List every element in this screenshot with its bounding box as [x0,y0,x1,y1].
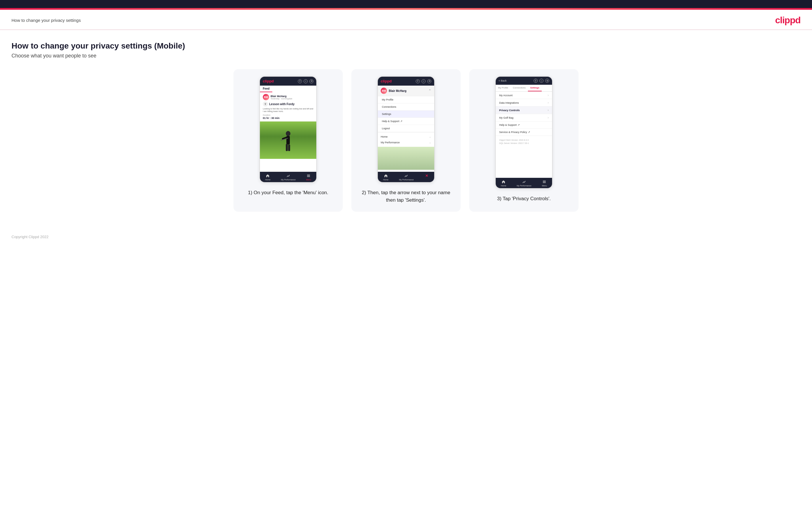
svg-rect-11 [543,183,546,183]
phone-1-topbar: clippd ⚲ ☺ ⚙ [260,77,316,86]
post-lesson-row: ⚲ Lesson with Fordy [263,101,313,107]
step-2-caption: 2) Then, tap the arrow next to your name… [357,189,455,204]
settings-icon-3[interactable]: ⚙ [545,79,549,83]
search-icon-3[interactable]: ⚲ [534,79,538,83]
back-button[interactable]: < Back [499,79,507,82]
settings-privacy-controls[interactable]: Privacy Controls › [496,107,552,114]
nav3-performance[interactable]: My Performance [517,179,531,187]
duration-label: Duration [263,114,313,116]
close-icon: ✕ [424,173,429,178]
performance-chevron: ⌄ [429,141,431,144]
menu-icon-3 [542,179,547,184]
svg-rect-8 [307,177,310,177]
home-icon-3 [501,179,506,184]
post-user-info: Blair McHarg Yesterday · Sunningdale [270,95,293,100]
privacy-controls-chevron: › [548,109,549,112]
settings-my-golf-bag[interactable]: My Golf Bag › [496,114,552,121]
nav3-menu-label: Menu [542,185,547,187]
menu-header-row: BM Blair McHarg ⌃ [378,86,434,96]
home-icon [265,173,270,178]
step-1-caption: 1) On your Feed, tap the 'Menu' icon. [248,189,328,196]
nav-home[interactable]: Home [265,173,270,181]
settings-service-privacy[interactable]: Service & Privacy Policy ↗ [496,129,552,136]
menu-username: Blair McHarg [389,89,407,93]
tab-settings[interactable]: Settings [528,85,542,91]
nav-home-label: Home [265,179,270,181]
phone-2-icons: ⚲ ☺ ⚙ [416,79,431,83]
lesson-title: Lesson with Fordy [269,103,295,106]
phone-1-icons: ⚲ ☺ ⚙ [298,79,313,83]
nav2-home-label: Home [383,179,389,181]
phone-1-bottom-nav: Home My Performance Menu [260,172,316,182]
menu-help-support[interactable]: Help & Support ↗ [378,118,434,125]
phone-1-logo: clippd [263,79,274,83]
nav3-menu[interactable]: Menu [542,179,547,187]
settings-tabs: My Profile Connections Settings [496,85,552,92]
settings-icon-2[interactable]: ⚙ [427,79,431,83]
step-1-phone: clippd ⚲ ☺ ⚙ Feed BM Blair McHarg [259,76,317,183]
header-title: How to change your privacy settings [11,18,81,23]
version-line-2: GQL Server Version: 2022.7.30-1 [499,142,549,145]
post-avatar: BM [263,94,269,100]
nav-performance[interactable]: My Performance [281,173,296,181]
feed-post: BM Blair McHarg Yesterday · Sunningdale … [260,92,316,121]
nav3-home[interactable]: Home [501,179,506,187]
nav2-performance-label: My Performance [399,179,414,181]
copyright: Copyright Clippd 2022 [11,235,49,239]
menu-icon [306,173,311,178]
golfer-svg [280,130,297,156]
performance-icon-2 [404,173,409,178]
settings-data-integrations[interactable]: Data Integrations › [496,99,552,107]
home-icon-2 [384,173,388,178]
svg-rect-7 [307,175,310,176]
svg-rect-4 [288,145,290,151]
profile-icon-2[interactable]: ☺ [421,79,425,83]
phone-2-bottom-nav: Home My Performance ✕ [378,172,434,182]
nav-menu[interactable]: Menu [306,173,311,181]
settings-icon[interactable]: ⚙ [309,79,313,83]
golf-image [260,121,316,159]
header: How to change your privacy settings clip… [0,10,812,30]
sub-title: Choose what you want people to see [11,53,801,59]
feed-tab[interactable]: Feed [260,86,272,92]
menu-nav-performance-label: My Performance [381,141,400,144]
nav2-performance[interactable]: My Performance [399,173,414,181]
my-golf-bag-chevron: › [548,116,549,119]
tab-my-profile[interactable]: My Profile [496,85,511,91]
nav2-home[interactable]: Home [383,173,389,181]
service-privacy-label: Service & Privacy Policy ↗ [499,131,530,133]
nav2-close[interactable]: ✕ [424,173,429,181]
phone-2-logo: clippd [381,79,392,83]
step-3-caption: 3) Tap 'Privacy Controls'. [497,195,551,203]
phone-3-settings: My Account › Data Integrations › Privacy… [496,92,552,178]
nav3-performance-label: My Performance [517,185,531,187]
search-icon[interactable]: ⚲ [298,79,302,83]
footer: Copyright Clippd 2022 [0,229,812,245]
step-2-phone: clippd ⚲ ☺ ⚙ BM Blair McHarg ⌃ [377,76,435,183]
step-2-card: clippd ⚲ ☺ ⚙ BM Blair McHarg ⌃ [351,69,461,212]
phone-2-body: BM Blair McHarg ⌃ My Profile Connections… [378,86,434,172]
search-icon-2[interactable]: ⚲ [416,79,420,83]
my-golf-bag-label: My Golf Bag [499,116,513,119]
golf-image-2 [378,147,434,170]
menu-avatar: BM [381,88,387,94]
step-3-phone: < Back ⚲ ☺ ⚙ My Profile Connections Sett… [495,76,553,189]
menu-nav-home[interactable]: Home ⌄ [381,134,431,139]
profile-icon[interactable]: ☺ [304,79,308,83]
post-avatar-row: BM Blair McHarg Yesterday · Sunningdale [263,94,313,100]
phone-3-bottom-nav: Home My Performance Menu [496,178,552,188]
svg-point-0 [286,131,291,136]
tab-connections[interactable]: Connections [511,85,528,91]
profile-icon-3[interactable]: ☺ [540,79,544,83]
menu-logout[interactable]: Logout [378,125,434,132]
settings-my-account[interactable]: My Account › [496,92,552,99]
menu-connections[interactable]: Connections [378,103,434,111]
menu-settings[interactable]: Settings [378,111,434,118]
menu-nav-performance[interactable]: My Performance ⌄ [381,139,431,145]
menu-my-profile[interactable]: My Profile [378,96,434,103]
nav-menu-label: Menu [306,179,311,181]
settings-help-support[interactable]: Help & Support ↗ [496,121,552,129]
menu-arrow-up[interactable]: ⌃ [428,89,431,93]
performance-icon-3 [522,179,526,184]
post-body: Looking to feel like my hands are exitin… [263,107,313,113]
